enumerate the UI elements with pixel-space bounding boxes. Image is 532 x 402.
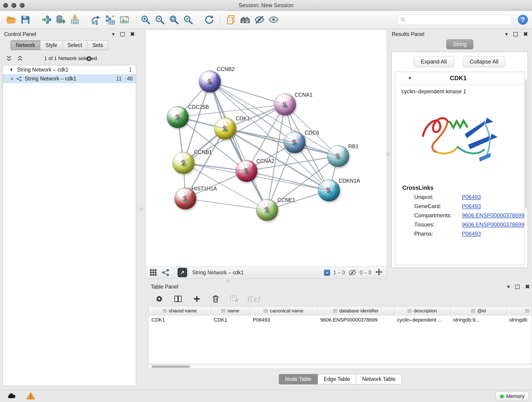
network-edge-hist1h1a-ccne1[interactable]: [185, 198, 267, 210]
zoom-fit-button[interactable]: [167, 13, 181, 27]
table-close-icon[interactable]: ✖: [525, 283, 530, 290]
right-splitter-handle[interactable]: [387, 153, 390, 156]
table-menu-icon[interactable]: ▾: [507, 284, 510, 289]
table-float-icon[interactable]: [515, 285, 520, 289]
selected-checkbox[interactable]: [324, 269, 330, 276]
panel-close-icon[interactable]: ✖: [130, 31, 135, 37]
table-cell--id[interactable]: stringdb:9...: [450, 315, 507, 325]
column-sort-icon[interactable]: [525, 309, 530, 313]
network-node-ccne1[interactable]: [256, 199, 278, 221]
crosslink-genecard-link[interactable]: P06493: [462, 203, 481, 210]
show-all-button[interactable]: [266, 13, 281, 27]
crosslink-pharos-link[interactable]: P06493: [462, 230, 481, 237]
table-header-name[interactable]: name: [211, 306, 250, 315]
table-cell-database-identifier[interactable]: 9606.ENSP00000378699: [317, 315, 394, 325]
results-menu-icon[interactable]: ▾: [505, 32, 508, 37]
share-network-icon[interactable]: [161, 268, 170, 277]
import-network-database-button[interactable]: [54, 13, 68, 27]
warning-icon[interactable]: [26, 391, 36, 401]
table-header-shared-name[interactable]: shared name: [149, 306, 211, 315]
create-column-button[interactable]: [190, 293, 203, 305]
cloud-icon[interactable]: [6, 391, 17, 401]
delete-column-button[interactable]: [209, 293, 222, 305]
memory-button[interactable]: Memory: [496, 391, 529, 401]
table-cell-name[interactable]: CDK1: [211, 315, 250, 325]
hscroll-thumb[interactable]: [152, 365, 190, 368]
table-header-description[interactable]: description: [394, 306, 450, 315]
table-options-button[interactable]: [152, 293, 166, 305]
network-node-ccnb2[interactable]: [199, 70, 221, 93]
open-session-button[interactable]: [4, 13, 18, 27]
table-cell-shared-name[interactable]: CDK1: [149, 315, 211, 325]
network-edge-ccnb2-ccna1[interactable]: [210, 82, 285, 104]
tab-edge-table[interactable]: Edge Table: [318, 374, 356, 384]
table-cell-namespace[interactable]: stringdb: [507, 315, 532, 325]
import-network-file-button[interactable]: [39, 13, 54, 27]
grid-view-icon[interactable]: [149, 268, 158, 277]
tab-sets[interactable]: Sets: [87, 40, 108, 50]
network-node-ccnb1[interactable]: [172, 152, 195, 174]
show-columns-button[interactable]: [171, 293, 185, 305]
move-crosshair-icon[interactable]: [375, 268, 383, 277]
hide-selected-button[interactable]: [252, 13, 266, 27]
zoom-out-button[interactable]: [152, 13, 167, 27]
network-node-cdk1[interactable]: [214, 118, 236, 140]
network-collection-row[interactable]: ▼ String Network – cdk1 1: [3, 65, 136, 74]
results-scrollbar[interactable]: [525, 80, 527, 208]
table-hscrollbar[interactable]: [148, 364, 532, 369]
network-node-ccna1[interactable]: [274, 94, 296, 115]
import-table-button[interactable]: [68, 13, 82, 27]
expand-all-button[interactable]: Expand All: [414, 56, 454, 67]
gene-card-header[interactable]: ▼ CDK1: [395, 72, 524, 85]
collapse-all-button[interactable]: Collapse All: [462, 56, 505, 67]
table-header-canonical-name[interactable]: canonical name: [250, 306, 317, 315]
network-node-cdc6[interactable]: [284, 131, 306, 153]
pop-out-button[interactable]: [177, 268, 187, 277]
delete-table-button[interactable]: [228, 293, 241, 305]
gene-collapse-icon[interactable]: ▼: [408, 76, 412, 81]
tab-node-table[interactable]: Node Table: [279, 374, 318, 384]
new-network-from-selection-button[interactable]: [89, 13, 103, 27]
export-image-button[interactable]: [117, 13, 132, 27]
hidden-eye-slash-icon[interactable]: [348, 268, 356, 277]
home-view-button[interactable]: [238, 13, 252, 27]
tab-network-table[interactable]: Network Table: [356, 374, 402, 384]
network-node-cdkn1a[interactable]: [318, 179, 340, 201]
network-table-button[interactable]: [103, 13, 117, 27]
table-header-database-identifier[interactable]: database identifier: [317, 306, 394, 315]
apply-layout-button[interactable]: [202, 13, 216, 27]
crosslink-compartments-link[interactable]: 9606.ENSP00000378699: [462, 212, 524, 219]
network-node-rb1[interactable]: [327, 145, 349, 167]
network-row-selected[interactable]: String Network – cdk1 11 48: [3, 74, 136, 83]
network-canvas[interactable]: CCNB2CCNA1CDC25BCDK1CDC6RB1CCNB1CCNA2CDK…: [146, 30, 387, 267]
column-sort-icon[interactable]: [221, 309, 226, 313]
network-node-cdc25b[interactable]: [167, 106, 189, 128]
left-splitter-handle[interactable]: [140, 207, 143, 211]
results-float-icon[interactable]: [513, 32, 518, 36]
tab-select[interactable]: Select: [63, 40, 88, 50]
table-cell-description[interactable]: cyclin–dependent ...: [394, 315, 450, 325]
results-close-icon[interactable]: ✖: [523, 31, 528, 37]
crosslink-tissues-link[interactable]: 9606.ENSP00000378699: [462, 221, 524, 228]
column-sort-icon[interactable]: [163, 309, 167, 313]
zoom-selected-button[interactable]: [181, 13, 195, 27]
table-row[interactable]: CDK1CDK1P064939606.ENSP00000378699cyclin…: [149, 315, 532, 325]
search-input[interactable]: [408, 17, 509, 23]
network-node-ccna2[interactable]: [235, 160, 258, 182]
help-button[interactable]: ?: [518, 15, 528, 25]
table-header-namespace[interactable]: namespace: [507, 306, 532, 315]
panel-float-icon[interactable]: [120, 32, 125, 36]
column-sort-icon[interactable]: [264, 309, 268, 313]
bottom-splitter-handle[interactable]: [227, 280, 230, 283]
collapse-all-icon[interactable]: [5, 55, 13, 62]
crosslink-uniprot-link[interactable]: P06493: [462, 194, 481, 200]
column-sort-icon[interactable]: [333, 309, 337, 313]
collection-expand-icon[interactable]: ▼: [9, 68, 13, 72]
network-edge-ccnb2-ccne1[interactable]: [210, 82, 267, 210]
tab-string[interactable]: String: [446, 39, 473, 49]
tab-style[interactable]: Style: [40, 40, 62, 50]
panel-menu-icon[interactable]: ▾: [112, 32, 115, 37]
tab-network[interactable]: Network: [11, 40, 40, 50]
column-sort-icon[interactable]: [471, 309, 475, 313]
save-session-button[interactable]: [18, 13, 32, 27]
